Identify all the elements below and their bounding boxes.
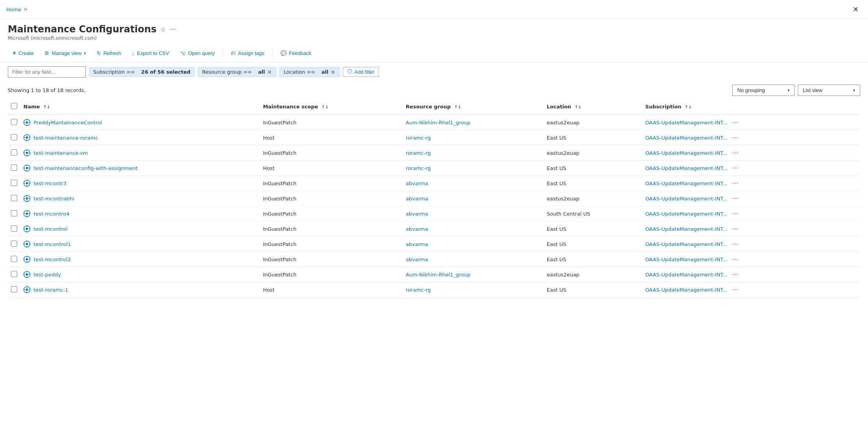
view-controls: No grouping ▾ List view ▾ xyxy=(732,85,860,96)
location-filter-close[interactable]: ✕ xyxy=(331,69,335,75)
manage-view-button[interactable]: ⚙ Manage view ▾ xyxy=(40,48,91,58)
row-name-link[interactable]: test-mcontrol1 xyxy=(23,241,257,248)
row-subscription-link[interactable]: OAAS-UpdateManagement-INT... xyxy=(645,272,728,278)
row-name-link[interactable]: test-mcontr3 xyxy=(23,180,257,187)
row-subscription-link[interactable]: OAAS-UpdateManagement-INT... xyxy=(645,287,728,293)
row-more-button[interactable]: ··· xyxy=(730,270,741,279)
row-checkbox[interactable] xyxy=(11,271,17,277)
row-rg-link[interactable]: abvarma xyxy=(406,211,428,217)
row-name-link[interactable]: test-mcontro4 xyxy=(23,210,257,217)
row-name-link[interactable]: test-maintenance-vm xyxy=(23,149,257,156)
feedback-button[interactable]: 💬 Feedback xyxy=(276,48,316,58)
row-name-link[interactable]: test-mcontrol2 xyxy=(23,256,257,263)
row-more-button[interactable]: ··· xyxy=(730,225,741,233)
row-rg-link[interactable]: Aum-Nikhim-Rhel1_group xyxy=(406,272,470,278)
row-checkbox[interactable] xyxy=(11,180,17,186)
row-more-button[interactable]: ··· xyxy=(730,149,741,157)
column-header-name[interactable]: Name ↑↓ xyxy=(20,99,260,115)
row-subscription-link[interactable]: OAAS-UpdateManagement-INT... xyxy=(645,150,728,156)
row-name-cell: test-mcontrol1 xyxy=(20,237,260,252)
row-name-cell: test-mcontrabhi xyxy=(20,191,260,206)
more-options-icon[interactable]: ··· xyxy=(170,26,176,33)
row-checkbox[interactable] xyxy=(11,119,17,125)
resource-group-filter-close[interactable]: ✕ xyxy=(267,69,272,75)
row-name-link[interactable]: test-mcontrol xyxy=(23,225,257,232)
row-name-link[interactable]: PreddyMantainanceControl xyxy=(23,119,257,126)
row-more-button[interactable]: ··· xyxy=(730,133,741,142)
row-rg-link[interactable]: roramc-rg xyxy=(406,287,431,293)
grouping-dropdown[interactable]: No grouping ▾ xyxy=(732,85,795,96)
row-more-button[interactable]: ··· xyxy=(730,285,741,294)
row-actions-cell xyxy=(845,221,860,237)
select-all-checkbox[interactable] xyxy=(11,103,17,109)
gear-icon: ⚙ xyxy=(44,50,49,56)
row-scope-value: InGuestPatch xyxy=(263,257,296,262)
row-rg-link[interactable]: abvarma xyxy=(406,196,428,202)
row-name-text: test-peddy xyxy=(34,272,61,278)
row-checkbox[interactable] xyxy=(11,256,17,262)
row-rg-link[interactable]: abvarma xyxy=(406,226,428,232)
row-subscription-link[interactable]: OAAS-UpdateManagement-INT... xyxy=(645,257,728,262)
column-header-rg[interactable]: Resource group ↑↓ xyxy=(403,99,543,115)
row-subscription-link[interactable]: OAAS-UpdateManagement-INT... xyxy=(645,120,728,126)
row-checkbox[interactable] xyxy=(11,286,17,292)
row-more-button[interactable]: ··· xyxy=(730,179,741,188)
open-query-button[interactable]: ⌥ Open query xyxy=(175,48,219,58)
table-row: test-maintenance-vmInGuestPatchroramc-rg… xyxy=(8,145,860,161)
column-header-location[interactable]: Location ↑↓ xyxy=(544,99,643,115)
resource-group-filter: Resource group == all ✕ xyxy=(198,67,276,77)
row-name-link[interactable]: test-peddy xyxy=(23,271,257,278)
filter-input[interactable] xyxy=(8,66,86,78)
row-checkbox[interactable] xyxy=(11,195,17,201)
row-more-button[interactable]: ··· xyxy=(730,194,741,203)
row-rg-link[interactable]: abvarma xyxy=(406,257,428,262)
row-more-button[interactable]: ··· xyxy=(730,255,741,264)
row-rg-link[interactable]: abvarma xyxy=(406,241,428,247)
close-button[interactable]: ✕ xyxy=(849,3,862,16)
row-subscription-link[interactable]: OAAS-UpdateManagement-INT... xyxy=(645,211,728,217)
row-rg-link[interactable]: abvarma xyxy=(406,181,428,186)
row-more-button[interactable]: ··· xyxy=(730,118,741,127)
row-scope-cell: Host xyxy=(260,130,403,145)
row-checkbox[interactable] xyxy=(11,165,17,171)
row-name-link[interactable]: test-maintenance-roramc xyxy=(23,134,257,141)
row-subscription-link[interactable]: OAAS-UpdateManagement-INT... xyxy=(645,241,728,247)
row-subscription-cell: OAAS-UpdateManagement-INT...··· xyxy=(642,161,845,176)
row-location-value: East US xyxy=(547,135,566,141)
row-subscription-link[interactable]: OAAS-UpdateManagement-INT... xyxy=(645,196,728,202)
column-header-scope[interactable]: Maintenance scope ↑↓ xyxy=(260,99,403,115)
row-name-link[interactable]: test-maintenanceconfig-with-assignment xyxy=(23,165,257,172)
row-subscription-link[interactable]: OAAS-UpdateManagement-INT... xyxy=(645,181,728,186)
row-more-button[interactable]: ··· xyxy=(730,209,741,218)
row-scope-cell: InGuestPatch xyxy=(260,191,403,206)
breadcrumb-home[interactable]: Home xyxy=(6,7,21,12)
export-csv-button[interactable]: ↓ Export to CSV xyxy=(128,48,174,58)
row-scope-cell: InGuestPatch xyxy=(260,176,403,191)
pin-icon[interactable]: ☆ xyxy=(160,26,166,33)
row-name-link[interactable]: test-roramc-1 xyxy=(23,286,257,293)
row-rg-link[interactable]: Aum-Nikhim-Rhel1_group xyxy=(406,120,470,126)
row-subscription-link[interactable]: OAAS-UpdateManagement-INT... xyxy=(645,165,728,171)
row-rg-link[interactable]: roramc-rg xyxy=(406,135,431,141)
row-rg-link[interactable]: roramc-rg xyxy=(406,150,431,156)
row-more-button[interactable]: ··· xyxy=(730,164,741,172)
row-subscription-link[interactable]: OAAS-UpdateManagement-INT... xyxy=(645,135,728,141)
refresh-button[interactable]: ↻ Refresh xyxy=(92,48,126,58)
row-checkbox[interactable] xyxy=(11,210,17,216)
row-more-button[interactable]: ··· xyxy=(730,240,741,248)
row-scope-cell: InGuestPatch xyxy=(260,206,403,221)
row-checkbox[interactable] xyxy=(11,225,17,232)
row-name-link[interactable]: test-mcontrabhi xyxy=(23,195,257,202)
create-button[interactable]: + Create xyxy=(8,47,38,59)
row-checkbox[interactable] xyxy=(11,241,17,247)
add-filter-button[interactable]: ⛉ Add filter xyxy=(343,67,379,77)
view-dropdown[interactable]: List view ▾ xyxy=(798,85,860,96)
row-location-value: eastus2euap xyxy=(547,120,580,126)
assign-tags-button[interactable]: 🏷 Assign tags xyxy=(226,48,269,58)
row-subscription-link[interactable]: OAAS-UpdateManagement-INT... xyxy=(645,226,728,232)
row-rg-link[interactable]: roramc-rg xyxy=(406,165,431,171)
row-checkbox[interactable] xyxy=(11,149,17,156)
row-name-cell: test-maintenance-roramc xyxy=(20,130,260,145)
row-checkbox[interactable] xyxy=(11,134,17,140)
column-header-subscription[interactable]: Subscription ↑↓ xyxy=(642,99,845,115)
